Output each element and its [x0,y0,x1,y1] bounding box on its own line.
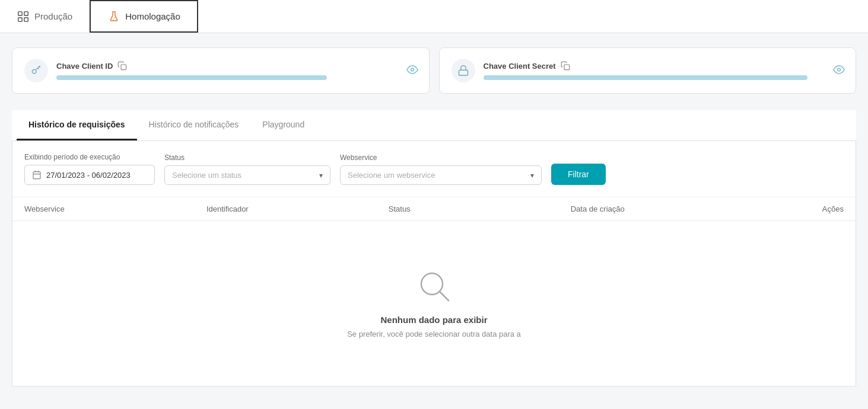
nav-producao[interactable]: Produção [0,0,90,33]
webservice-select[interactable]: Selecione um webservice [340,165,542,185]
status-select[interactable]: Selecione um status [164,165,330,185]
svg-point-4 [115,17,116,18]
svg-rect-0 [18,11,22,15]
svg-rect-1 [24,11,28,15]
copy-client-secret-icon[interactable] [561,61,570,71]
tab-notificacoes[interactable]: Histórico de notificações [137,110,251,140]
flask-icon [107,10,120,23]
client-id-bar [56,75,327,80]
key-secret-icon [457,65,469,76]
table-header: Webservice Identificador Status Data de … [12,197,856,221]
svg-rect-2 [18,17,22,21]
empty-state: Nenhum dado para exibir Se preferir, voc… [12,221,856,386]
client-secret-card: Chave Client Secret [439,47,857,94]
col-acoes: Ações [753,204,844,213]
col-identificador: Identificador [206,204,389,213]
svg-rect-7 [121,65,126,70]
status-filter-group: Status Selecione um status [164,154,330,185]
period-label: Exibindo período de execução [24,153,155,161]
calendar-icon [32,170,42,180]
key-id-icon [30,65,42,76]
copy-client-id-icon[interactable] [117,61,127,71]
key-id-icon-wrap [24,59,48,82]
empty-title: Nenhum dado para exibir [380,315,487,325]
nav-producao-label: Produção [34,11,72,21]
svg-point-6 [32,69,36,74]
client-secret-label: Chave Client Secret [484,62,556,71]
status-label: Status [164,154,330,162]
svg-point-5 [113,18,114,19]
svg-rect-12 [33,172,40,179]
nav-homologacao[interactable]: Homologação [90,0,198,33]
col-data-criacao: Data de criação [571,204,753,213]
svg-point-13 [421,273,443,295]
tab-requisicoes[interactable]: Histórico de requisições [17,110,137,140]
svg-rect-10 [564,65,570,70]
col-webservice: Webservice [24,204,206,213]
period-filter-group: Exibindo período de execução 27/01/2023 … [24,153,155,185]
svg-rect-9 [459,70,468,75]
eye-client-id-icon[interactable] [406,64,418,78]
key-secret-icon-wrap [452,59,475,82]
nav-homologacao-label: Homologação [125,11,180,21]
svg-point-8 [411,68,414,71]
svg-point-11 [838,68,841,71]
period-input[interactable]: 27/01/2023 - 06/02/2023 [24,165,155,185]
webservice-placeholder: Selecione um webservice [348,171,435,180]
tabs-bar: Histórico de requisições Histórico de no… [12,110,856,141]
keys-section: Chave Client ID [12,47,856,94]
status-placeholder: Selecione um status [172,171,241,180]
filters-row: Exibindo período de execução 27/01/2023 … [12,141,856,197]
webservice-label: Webservice [340,154,542,162]
grid-icon [17,10,30,23]
period-value: 27/01/2023 - 06/02/2023 [46,171,131,180]
webservice-chevron-icon [530,171,534,180]
status-chevron-icon [319,171,323,180]
main-panel: Histórico de requisições Histórico de no… [12,110,856,386]
webservice-filter-group: Webservice Selecione um webservice [340,154,542,185]
client-id-label: Chave Client ID [56,62,113,71]
svg-rect-3 [24,17,28,21]
filter-button[interactable]: Filtrar [551,164,606,185]
tab-playground[interactable]: Playground [250,110,316,140]
client-id-card: Chave Client ID [12,47,430,94]
empty-subtitle: Se preferir, você pode selecionar outra … [347,330,521,338]
client-secret-bar [484,75,808,80]
client-secret-body: Chave Client Secret [484,61,844,80]
eye-client-secret-icon[interactable] [833,64,845,78]
no-data-search-icon [416,269,452,304]
client-id-body: Chave Client ID [56,61,417,80]
tab-content: Exibindo período de execução 27/01/2023 … [12,141,856,386]
col-status: Status [389,204,571,213]
